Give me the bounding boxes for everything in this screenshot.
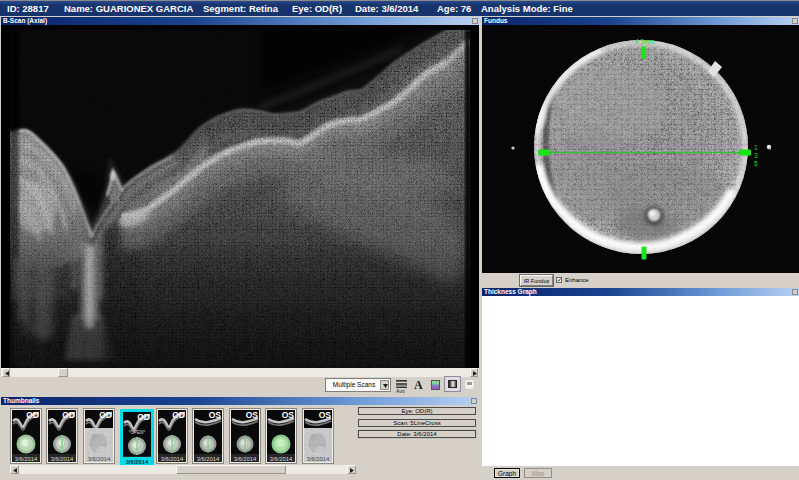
svg-text:OD: OD — [99, 410, 112, 420]
svg-text:3/6/2014: 3/6/2014 — [14, 456, 37, 462]
svg-text:3/6/2014: 3/6/2014 — [160, 456, 183, 462]
svg-text:3/6/2014: 3/6/2014 — [87, 456, 110, 462]
svg-text:5: 5 — [754, 160, 758, 167]
svg-text:OS: OS — [245, 410, 258, 420]
svg-text:OS: OS — [282, 410, 295, 420]
svg-text:OS: OS — [318, 410, 331, 420]
svg-text:OD: OD — [26, 410, 39, 420]
svg-text:1: 1 — [754, 144, 758, 151]
svg-text:3/6/2014: 3/6/2014 — [306, 456, 329, 462]
svg-text:3/6/2014: 3/6/2014 — [270, 456, 293, 462]
svg-text:OS: OS — [209, 410, 222, 420]
svg-text:3/6/2014: 3/6/2014 — [197, 456, 220, 462]
svg-text:OD: OD — [172, 410, 185, 420]
svg-text:3/6/2014: 3/6/2014 — [51, 456, 74, 462]
svg-text:OD: OD — [62, 410, 75, 420]
svg-text:Avg: Avg — [396, 388, 405, 394]
svg-text:3: 3 — [754, 152, 758, 159]
svg-text:OD: OD — [137, 412, 150, 422]
svg-text:*OPEN*: *OPEN* — [129, 430, 146, 435]
svg-text:4.5mm: 4.5mm — [635, 38, 655, 45]
svg-text:3/6/2014: 3/6/2014 — [233, 456, 256, 462]
